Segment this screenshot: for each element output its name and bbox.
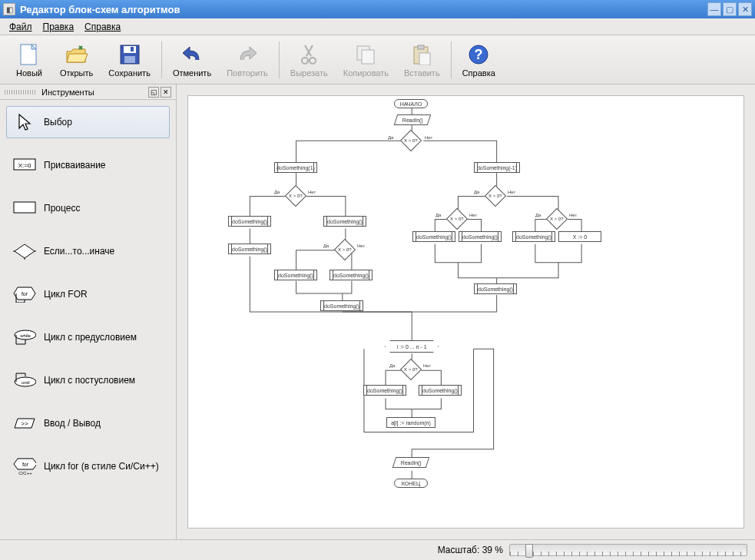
edge-no: Нет xyxy=(569,213,577,217)
toolbar: Новый Открыть Сохранить Отменить Повтори… xyxy=(0,35,755,84)
menu-help[interactable]: Справка xyxy=(80,20,125,34)
edge-yes: Да xyxy=(274,190,280,194)
tool-label: Процесс xyxy=(44,203,80,214)
new-label: Новый xyxy=(16,68,42,78)
canvas[interactable]: НАЧАЛО Readln() X > 0? Да Нет doSomethin… xyxy=(187,95,744,529)
save-label: Сохранить xyxy=(108,68,151,78)
panel-close-icon[interactable]: ✕ xyxy=(161,87,171,98)
cut-icon xyxy=(296,42,321,67)
tool-select[interactable]: Выбор xyxy=(6,106,170,138)
node-ds-ll1[interactable]: doSomething() xyxy=(228,216,271,227)
edge-no: Нет xyxy=(425,135,432,140)
svg-rect-12 xyxy=(419,53,430,65)
svg-text:C/C++: C/C++ xyxy=(18,471,32,476)
node-decision-lr[interactable]: X > 0? xyxy=(334,239,356,260)
node-decision-l[interactable]: X > 0? xyxy=(285,185,306,207)
menubar: Файл Правка Справка xyxy=(0,18,755,35)
node-decision-top[interactable]: X > 0? xyxy=(400,130,422,151)
process-icon xyxy=(13,199,36,217)
node-ds-lr-r[interactable]: doSomething() xyxy=(329,270,373,280)
node-readln-2[interactable]: Readln() xyxy=(392,457,430,468)
svg-marker-18 xyxy=(15,244,35,258)
svg-text:for: for xyxy=(22,462,29,467)
copy-button[interactable]: Копировать xyxy=(336,39,396,81)
tools-panel-header: Инструменты ◱ ✕ xyxy=(0,84,176,100)
tool-label: Цикл с предусловием xyxy=(44,332,137,343)
node-ds-lr-l[interactable]: doSomething() xyxy=(274,270,317,280)
save-icon xyxy=(118,42,142,67)
svg-rect-17 xyxy=(14,202,35,213)
node-for-header[interactable]: i := 0 ... n - 1 xyxy=(385,340,439,353)
node-arr[interactable]: a[i] := random(n) xyxy=(386,417,435,428)
node-ds-rl-r[interactable]: doSomething() xyxy=(459,231,502,242)
node-ds1[interactable]: doSomething(1) xyxy=(274,162,317,173)
node-decision-r[interactable]: X > 0? xyxy=(485,185,506,207)
edge-no: Нет xyxy=(508,190,515,194)
zoom-thumb[interactable] xyxy=(525,544,533,558)
toolbar-separator xyxy=(279,41,280,78)
node-ds-ll2[interactable]: doSomething() xyxy=(228,244,271,254)
tool-io[interactable]: >> Ввод / Вывод xyxy=(6,407,170,439)
tool-label: Если...то...иначе xyxy=(44,246,114,257)
maximize-button[interactable]: ▢ xyxy=(723,2,737,16)
node-end[interactable]: КОНЕЦ xyxy=(394,479,428,488)
tool-decision[interactable]: Если...то...иначе xyxy=(6,235,170,267)
paste-button[interactable]: Вставить xyxy=(396,39,448,81)
node-ds-rl-l[interactable]: doSomething() xyxy=(412,231,455,242)
minimize-button[interactable]: — xyxy=(707,2,721,16)
tool-until[interactable]: until Цикл с постусловием xyxy=(6,364,170,396)
menu-edit[interactable]: Правка xyxy=(38,20,79,34)
titlebar: ◧ Редактор блок-схем алгоритмов — ▢ ✕ xyxy=(0,0,755,18)
cut-button[interactable]: Вырезать xyxy=(283,39,336,81)
decision-icon xyxy=(13,242,36,260)
tool-assign[interactable]: X:=0 Присваивание xyxy=(6,149,170,181)
node-decision-for[interactable]: X > 0? xyxy=(400,359,422,380)
node-dsm1[interactable]: doSomething(-1) xyxy=(474,162,520,173)
node-start[interactable]: НАЧАЛО xyxy=(394,99,428,108)
node-ds-for-l[interactable]: doSomething() xyxy=(363,385,406,396)
tool-cfor[interactable]: forC/C++ Цикл for (в стиле Си/Си++) xyxy=(6,450,170,482)
node-decision-rr[interactable]: X > 0? xyxy=(546,208,568,230)
toolbar-separator xyxy=(451,41,452,78)
svg-rect-9 xyxy=(362,50,374,64)
tools-panel-body: Выбор X:=0 Присваивание Процесс Если...т… xyxy=(0,100,176,539)
open-label: Открыть xyxy=(60,68,93,78)
paste-icon xyxy=(409,42,434,67)
panel-float-icon[interactable]: ◱ xyxy=(148,87,159,98)
close-button[interactable]: ✕ xyxy=(738,2,752,16)
undo-label: Отменить xyxy=(173,68,211,78)
menu-file[interactable]: Файл xyxy=(5,20,37,34)
node-decision-rl[interactable]: X > 0? xyxy=(446,208,468,230)
panel-grip[interactable] xyxy=(5,90,35,94)
zoom-slider[interactable] xyxy=(509,544,747,556)
redo-label: Повторить xyxy=(227,68,268,78)
node-x0[interactable]: X := 0 xyxy=(558,231,601,242)
node-ds-lr1[interactable]: doSomething() xyxy=(323,216,366,227)
toolbar-separator xyxy=(161,41,162,78)
help-button[interactable]: ? Справка xyxy=(455,39,503,81)
edge-no: Нет xyxy=(357,244,365,248)
node-ds-for-r[interactable]: doSomething() xyxy=(419,385,462,396)
tool-label: Выбор xyxy=(44,117,72,128)
redo-button[interactable]: Повторить xyxy=(219,39,276,81)
open-button[interactable]: Открыть xyxy=(52,39,101,81)
tool-while[interactable]: while Цикл с предусловием xyxy=(6,321,170,353)
node-ds-r-merge[interactable]: doSomething() xyxy=(474,283,517,294)
help-icon: ? xyxy=(466,42,491,67)
tool-process[interactable]: Процесс xyxy=(6,192,170,224)
while-icon: while xyxy=(13,328,36,346)
undo-button[interactable]: Отменить xyxy=(165,39,219,81)
node-ds-rr-l[interactable]: doSomething() xyxy=(512,231,555,242)
tool-label: Цикл с постусловием xyxy=(44,375,135,386)
node-readln-1[interactable]: Readln() xyxy=(394,114,432,125)
save-button[interactable]: Сохранить xyxy=(101,39,158,81)
svg-text:for: for xyxy=(22,291,28,297)
svg-rect-4 xyxy=(124,56,135,63)
tool-label: Цикл FOR xyxy=(44,289,88,300)
open-icon xyxy=(65,42,89,67)
node-ds-l-merge[interactable]: doSomething() xyxy=(320,300,363,311)
tool-for[interactable]: for Цикл FOR xyxy=(6,278,170,310)
undo-icon xyxy=(180,42,204,67)
copy-icon xyxy=(353,42,378,67)
new-button[interactable]: Новый xyxy=(6,39,52,81)
